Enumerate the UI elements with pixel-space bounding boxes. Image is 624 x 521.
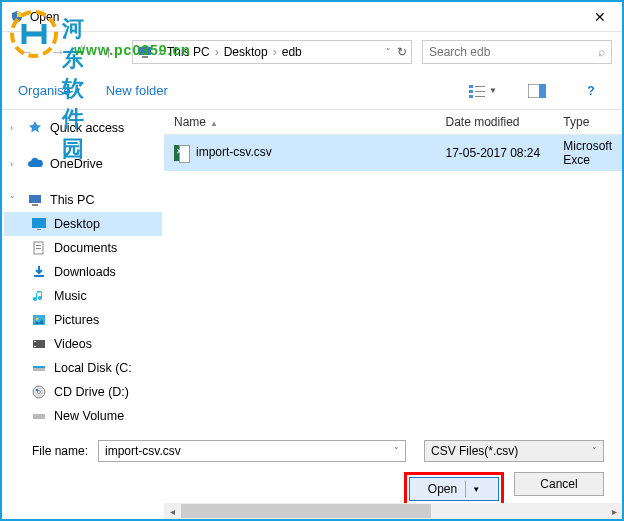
navbar: ← → ˅ ↑ › This PC › Desktop › edb ˅ ↻ ⌕	[2, 32, 622, 72]
scroll-left-icon[interactable]: ◂	[164, 506, 180, 517]
chevron-right-icon: ›	[158, 45, 162, 59]
filename-combobox[interactable]: import-csv.csv ˅	[98, 440, 406, 462]
tree-newvol[interactable]: New Volume	[4, 404, 162, 428]
chevron-down-icon[interactable]: ˅	[10, 195, 15, 205]
file-date: 17-05-2017 08:24	[435, 135, 553, 172]
col-type[interactable]: Type	[553, 110, 622, 135]
chevron-right-icon: ›	[273, 45, 277, 59]
chevron-right-icon: ›	[215, 45, 219, 59]
col-date[interactable]: Date modified	[435, 110, 553, 135]
file-type: Microsoft Exce	[553, 135, 622, 172]
svg-rect-14	[37, 229, 41, 230]
tree-desktop[interactable]: Desktop	[4, 212, 162, 236]
tree-videos[interactable]: Videos	[4, 332, 162, 356]
filename-value: import-csv.csv	[105, 444, 181, 458]
svg-rect-10	[539, 84, 546, 98]
search-box[interactable]: ⌕	[422, 40, 612, 64]
new-folder-button[interactable]: New folder	[106, 83, 168, 98]
help-button[interactable]: ?	[576, 80, 606, 102]
cd-icon	[30, 384, 48, 400]
breadcrumb-dropdown[interactable]: ˅	[386, 47, 391, 57]
filetype-value: CSV Files(*.csv)	[431, 444, 518, 458]
svg-rect-11	[29, 195, 41, 203]
view-options[interactable]: ▼	[468, 80, 498, 102]
file-list[interactable]: Name Date modified Type import-csv.csv 1…	[164, 110, 622, 430]
svg-rect-21	[34, 341, 36, 342]
svg-rect-28	[33, 414, 45, 419]
tree-quick-access[interactable]: › Quick access	[4, 116, 162, 140]
split-caret-icon[interactable]: ▼	[465, 481, 480, 497]
svg-rect-6	[475, 86, 485, 87]
recent-dropdown[interactable]: ˅	[76, 40, 90, 64]
close-button[interactable]: ✕	[577, 2, 622, 32]
organise-menu[interactable]: Organise▼	[18, 83, 82, 98]
scroll-right-icon[interactable]: ▸	[606, 506, 622, 517]
search-input[interactable]	[429, 45, 598, 59]
cancel-button[interactable]: Cancel	[514, 472, 604, 496]
breadcrumb-desktop[interactable]: Desktop	[224, 45, 268, 59]
tree-onedrive[interactable]: › OneDrive	[4, 152, 162, 176]
search-icon[interactable]: ⌕	[598, 45, 605, 59]
svg-rect-16	[36, 245, 41, 246]
chevron-down-icon[interactable]: ˅	[592, 446, 597, 456]
tree-localc[interactable]: Local Disk (C:	[4, 356, 162, 380]
drive-icon	[30, 408, 48, 424]
star-icon	[26, 120, 44, 136]
svg-rect-17	[36, 248, 41, 249]
documents-icon	[30, 240, 48, 256]
preview-pane-button[interactable]	[522, 80, 552, 102]
tree-downloads[interactable]: Downloads	[4, 260, 162, 284]
svg-rect-24	[33, 366, 45, 368]
open-button[interactable]: Open ▼	[409, 477, 499, 501]
chevron-right-icon[interactable]: ›	[10, 123, 13, 133]
breadcrumb-thispc[interactable]: This PC	[167, 45, 210, 59]
back-button[interactable]: ←	[12, 40, 40, 64]
titlebar: Open ✕	[2, 2, 622, 32]
cloud-icon	[26, 156, 44, 172]
svg-rect-4	[469, 90, 473, 93]
pictures-icon	[30, 312, 48, 328]
tree-documents[interactable]: Documents	[4, 236, 162, 260]
filename-label: File name:	[20, 444, 88, 458]
list-view-icon	[469, 84, 487, 98]
pc-icon	[137, 44, 153, 60]
svg-rect-7	[475, 91, 485, 92]
videos-icon	[30, 336, 48, 352]
breadcrumb[interactable]: › This PC › Desktop › edb ˅ ↻	[132, 40, 412, 64]
preview-icon	[528, 84, 546, 98]
refresh-button[interactable]: ↻	[397, 45, 407, 59]
tree-pictures[interactable]: Pictures	[4, 308, 162, 332]
svg-rect-13	[32, 218, 46, 228]
svg-rect-22	[34, 346, 36, 347]
forward-button: →	[44, 40, 72, 64]
column-headers[interactable]: Name Date modified Type	[164, 110, 622, 135]
svg-rect-12	[32, 204, 38, 206]
col-name[interactable]: Name	[164, 110, 435, 135]
excel-file-icon	[174, 145, 190, 161]
music-icon	[30, 288, 48, 304]
scroll-thumb[interactable]	[181, 504, 431, 518]
file-row[interactable]: import-csv.csv 17-05-2017 08:24 Microsof…	[164, 135, 622, 172]
toolbar: Organise▼ New folder ▼ ?	[2, 72, 622, 110]
file-name: import-csv.csv	[196, 145, 272, 159]
svg-rect-8	[475, 96, 485, 97]
svg-rect-27	[36, 389, 38, 391]
tree-music[interactable]: Music	[4, 284, 162, 308]
drive-icon	[30, 360, 48, 376]
shield-icon	[10, 10, 24, 24]
tree-cddrive[interactable]: CD Drive (D:)	[4, 380, 162, 404]
svg-rect-3	[469, 85, 473, 88]
chevron-right-icon[interactable]: ›	[10, 159, 13, 169]
main-area: › Quick access › OneDrive ˅ This PC Desk…	[2, 110, 622, 430]
tree-thispc[interactable]: ˅ This PC	[4, 188, 162, 212]
nav-tree[interactable]: › Quick access › OneDrive ˅ This PC Desk…	[2, 110, 164, 430]
svg-point-19	[36, 318, 39, 321]
up-button[interactable]: ↑	[94, 40, 122, 64]
filetype-combobox[interactable]: CSV Files(*.csv) ˅	[424, 440, 604, 462]
svg-rect-2	[142, 56, 148, 58]
chevron-down-icon[interactable]: ˅	[394, 446, 399, 456]
horizontal-scrollbar[interactable]: ◂ ▸	[164, 503, 622, 519]
breadcrumb-edb[interactable]: edb	[282, 45, 302, 59]
desktop-icon	[30, 216, 48, 232]
svg-rect-5	[469, 95, 473, 98]
